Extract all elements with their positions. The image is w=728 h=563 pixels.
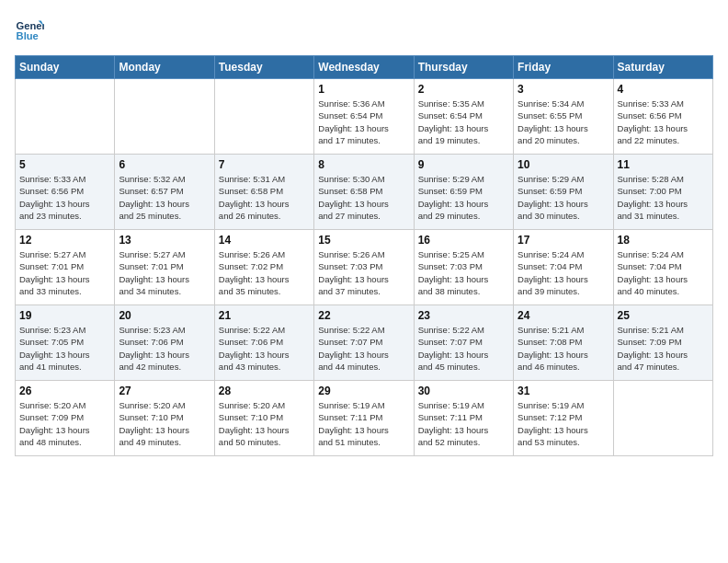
cell-info: Sunrise: 5:22 AMSunset: 7:06 PMDaylight:… [219,324,310,373]
calendar-week-2: 5Sunrise: 5:33 AMSunset: 6:56 PMDaylight… [16,155,713,230]
calendar-cell: 10Sunrise: 5:29 AMSunset: 6:59 PMDayligh… [514,155,613,230]
calendar-cell: 18Sunrise: 5:24 AMSunset: 7:04 PMDayligh… [613,230,712,305]
cell-info: Sunrise: 5:22 AMSunset: 7:07 PMDaylight:… [318,324,409,373]
calendar-cell: 25Sunrise: 5:21 AMSunset: 7:09 PMDayligh… [613,305,712,381]
cell-info: Sunrise: 5:26 AMSunset: 7:02 PMDaylight:… [219,248,310,297]
calendar-week-5: 26Sunrise: 5:20 AMSunset: 7:09 PMDayligh… [16,381,713,456]
day-number: 9 [418,158,509,171]
cell-info: Sunrise: 5:24 AMSunset: 7:04 PMDaylight:… [618,248,709,297]
day-number: 11 [618,158,709,171]
page-header: General Blue [15,15,713,44]
cell-info: Sunrise: 5:35 AMSunset: 6:54 PMDaylight:… [418,98,509,146]
cell-info: Sunrise: 5:34 AMSunset: 6:55 PMDaylight:… [518,98,609,146]
calendar-cell: 29Sunrise: 5:19 AMSunset: 7:11 PMDayligh… [314,381,414,456]
col-header-sunday: Sunday [16,56,115,79]
calendar-cell: 17Sunrise: 5:24 AMSunset: 7:04 PMDayligh… [514,230,613,305]
calendar-cell: 11Sunrise: 5:28 AMSunset: 7:00 PMDayligh… [613,155,712,230]
calendar-cell: 13Sunrise: 5:27 AMSunset: 7:01 PMDayligh… [115,230,214,305]
day-number: 27 [119,385,210,397]
cell-info: Sunrise: 5:21 AMSunset: 7:09 PMDaylight:… [618,324,709,373]
day-number: 3 [518,83,609,96]
cell-info: Sunrise: 5:19 AMSunset: 7:11 PMDaylight:… [418,399,509,448]
calendar-cell: 28Sunrise: 5:20 AMSunset: 7:10 PMDayligh… [214,381,313,456]
logo: General Blue [15,15,44,44]
calendar-week-3: 12Sunrise: 5:27 AMSunset: 7:01 PMDayligh… [16,230,713,305]
calendar-cell: 9Sunrise: 5:29 AMSunset: 6:59 PMDaylight… [414,155,513,230]
cell-info: Sunrise: 5:30 AMSunset: 6:58 PMDaylight:… [318,173,409,222]
day-number: 2 [418,83,509,96]
cell-info: Sunrise: 5:24 AMSunset: 7:04 PMDaylight:… [518,248,609,297]
cell-info: Sunrise: 5:28 AMSunset: 7:00 PMDaylight:… [618,173,709,222]
day-number: 23 [418,309,509,322]
calendar-cell: 16Sunrise: 5:25 AMSunset: 7:03 PMDayligh… [414,230,513,305]
day-number: 25 [618,309,709,322]
calendar-cell: 20Sunrise: 5:23 AMSunset: 7:06 PMDayligh… [115,305,214,381]
calendar-header-row: SundayMondayTuesdayWednesdayThursdayFrid… [16,56,713,79]
day-number: 7 [219,158,310,171]
calendar-cell: 30Sunrise: 5:19 AMSunset: 7:11 PMDayligh… [414,381,513,456]
day-number: 5 [19,158,110,171]
day-number: 17 [518,234,609,247]
cell-info: Sunrise: 5:23 AMSunset: 7:05 PMDaylight:… [19,324,110,373]
calendar-cell: 19Sunrise: 5:23 AMSunset: 7:05 PMDayligh… [16,305,115,381]
cell-info: Sunrise: 5:27 AMSunset: 7:01 PMDaylight:… [119,248,210,297]
calendar-week-1: 1Sunrise: 5:36 AMSunset: 6:54 PMDaylight… [16,79,713,155]
day-number: 31 [518,385,609,397]
calendar-cell: 27Sunrise: 5:20 AMSunset: 7:10 PMDayligh… [115,381,214,456]
cell-info: Sunrise: 5:22 AMSunset: 7:07 PMDaylight:… [418,324,509,373]
cell-info: Sunrise: 5:29 AMSunset: 6:59 PMDaylight:… [418,173,509,222]
calendar-cell: 3Sunrise: 5:34 AMSunset: 6:55 PMDaylight… [514,79,613,155]
calendar-cell: 24Sunrise: 5:21 AMSunset: 7:08 PMDayligh… [514,305,613,381]
calendar-cell: 23Sunrise: 5:22 AMSunset: 7:07 PMDayligh… [414,305,513,381]
day-number: 29 [318,385,409,397]
col-header-thursday: Thursday [414,56,513,79]
day-number: 12 [19,234,110,247]
cell-info: Sunrise: 5:19 AMSunset: 7:11 PMDaylight:… [318,399,409,448]
cell-info: Sunrise: 5:20 AMSunset: 7:09 PMDaylight:… [19,399,110,448]
calendar-cell [16,79,115,155]
cell-info: Sunrise: 5:20 AMSunset: 7:10 PMDaylight:… [119,399,210,448]
day-number: 19 [19,309,110,322]
col-header-monday: Monday [115,56,214,79]
day-number: 4 [618,83,709,96]
calendar-cell: 8Sunrise: 5:30 AMSunset: 6:58 PMDaylight… [314,155,414,230]
calendar-cell [115,79,214,155]
calendar-cell: 22Sunrise: 5:22 AMSunset: 7:07 PMDayligh… [314,305,414,381]
calendar-cell: 1Sunrise: 5:36 AMSunset: 6:54 PMDaylight… [314,79,414,155]
calendar-table: SundayMondayTuesdayWednesdayThursdayFrid… [15,55,713,456]
col-header-wednesday: Wednesday [314,56,414,79]
day-number: 14 [219,234,310,247]
day-number: 8 [318,158,409,171]
calendar-week-4: 19Sunrise: 5:23 AMSunset: 7:05 PMDayligh… [16,305,713,381]
cell-info: Sunrise: 5:32 AMSunset: 6:57 PMDaylight:… [119,173,210,222]
day-number: 15 [318,234,409,247]
day-number: 30 [418,385,509,397]
day-number: 10 [518,158,609,171]
calendar-cell: 14Sunrise: 5:26 AMSunset: 7:02 PMDayligh… [214,230,313,305]
cell-info: Sunrise: 5:21 AMSunset: 7:08 PMDaylight:… [518,324,609,373]
calendar-cell [214,79,313,155]
cell-info: Sunrise: 5:27 AMSunset: 7:01 PMDaylight:… [19,248,110,297]
day-number: 22 [318,309,409,322]
col-header-saturday: Saturday [613,56,712,79]
cell-info: Sunrise: 5:19 AMSunset: 7:12 PMDaylight:… [518,399,609,448]
calendar-cell: 4Sunrise: 5:33 AMSunset: 6:56 PMDaylight… [613,79,712,155]
cell-info: Sunrise: 5:33 AMSunset: 6:56 PMDaylight:… [19,173,110,222]
calendar-cell: 15Sunrise: 5:26 AMSunset: 7:03 PMDayligh… [314,230,414,305]
cell-info: Sunrise: 5:23 AMSunset: 7:06 PMDaylight:… [119,324,210,373]
day-number: 16 [418,234,509,247]
cell-info: Sunrise: 5:31 AMSunset: 6:58 PMDaylight:… [219,173,310,222]
cell-info: Sunrise: 5:36 AMSunset: 6:54 PMDaylight:… [318,98,409,146]
calendar-cell: 2Sunrise: 5:35 AMSunset: 6:54 PMDaylight… [414,79,513,155]
cell-info: Sunrise: 5:26 AMSunset: 7:03 PMDaylight:… [318,248,409,297]
svg-text:Blue: Blue [17,30,39,41]
day-number: 6 [119,158,210,171]
calendar-cell [613,381,712,456]
cell-info: Sunrise: 5:25 AMSunset: 7:03 PMDaylight:… [418,248,509,297]
day-number: 26 [19,385,110,397]
day-number: 24 [518,309,609,322]
calendar-cell: 5Sunrise: 5:33 AMSunset: 6:56 PMDaylight… [16,155,115,230]
day-number: 13 [119,234,210,247]
col-header-tuesday: Tuesday [214,56,313,79]
col-header-friday: Friday [514,56,613,79]
